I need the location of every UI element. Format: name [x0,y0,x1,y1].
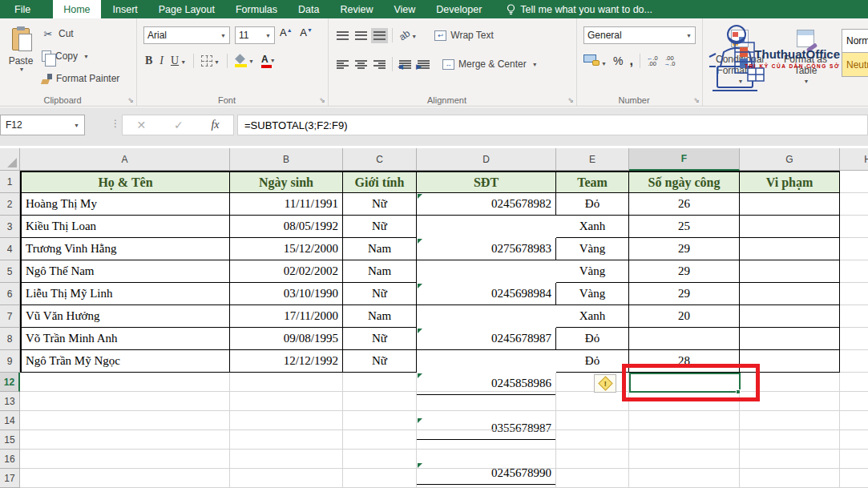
column-header-H[interactable]: H [840,148,868,171]
cell-C2[interactable]: Nữ [343,193,417,216]
cell-G5[interactable] [740,260,840,283]
cell-H5[interactable] [840,260,868,283]
cell-B8[interactable]: 09/08/1995 [230,328,343,350]
cell-B12[interactable] [230,373,343,392]
format-as-table-button[interactable]: Format as Table ▼ [777,28,834,87]
cell-H17[interactable] [840,469,868,488]
cell-G16[interactable] [740,450,840,469]
cell-G14[interactable] [740,411,840,430]
cell-A17[interactable] [20,469,230,488]
grow-font-icon[interactable]: A▲ [280,26,293,38]
cell-H9[interactable] [840,350,868,373]
cell-F2[interactable]: 26 [629,193,740,216]
cell-F7[interactable]: 20 [629,305,740,328]
merge-center-button[interactable]: ↔ Merge & Center ▼ [442,58,538,70]
cell-E5[interactable]: Vàng [556,260,629,283]
cell-D17[interactable] [417,469,556,488]
insert-function-button[interactable]: fx [211,119,219,131]
cell-E2[interactable]: Đỏ [556,193,629,216]
number-dialog-launcher[interactable]: ⇘ [693,96,700,104]
cell-style-neutral[interactable]: Neutral [842,53,868,77]
enter-button[interactable]: ✓ [174,119,184,131]
cell-H7[interactable] [840,305,868,328]
cell-F15[interactable] [629,430,740,450]
number-format-dropdown-arrow[interactable]: ▼ [686,33,692,38]
formula-bar-resize-handle[interactable]: ⋮ [111,118,120,129]
cell-C6[interactable]: Nữ [343,283,417,305]
cell-H3[interactable] [840,216,868,238]
cell-G4[interactable] [740,238,840,260]
alignment-dialog-launcher[interactable]: ⇘ [567,96,574,104]
cell-E4[interactable]: Vàng [556,238,629,260]
cell-F8[interactable] [629,328,740,350]
worksheet-grid[interactable]: ABCDEFGH1Họ & TênNgày sinhGiới tínhSĐTTe… [0,148,868,488]
cell-D1[interactable]: SĐT [417,171,556,193]
format-as-table-dropdown-arrow[interactable]: ▼ [804,76,809,87]
tab-home[interactable]: Home [53,0,100,18]
cell-D16[interactable] [417,450,556,469]
align-left-button[interactable] [337,59,349,70]
cell-C15[interactable] [343,430,417,450]
cell-B16[interactable] [230,450,343,469]
cell-G2[interactable] [740,193,840,216]
bold-button[interactable]: B [145,54,152,67]
column-header-E[interactable]: E [556,148,629,171]
font-name-dropdown-arrow[interactable]: ▼ [220,33,226,38]
row-header-4[interactable]: 4 [0,238,20,260]
cell-A3[interactable]: Kiều Thị Loan [20,216,230,238]
cell-C5[interactable]: Nam [343,260,417,283]
cell-G8[interactable] [740,328,840,350]
conditional-formatting-button[interactable]: Conditional Formatting ▼ [711,28,769,87]
cell-B9[interactable]: 12/12/1992 [230,350,343,373]
cell-B3[interactable]: 08/05/1992 [230,216,343,238]
decrease-indent-button[interactable]: ◀ [399,59,411,70]
font-size-buttons[interactable]: A▲ A▼ [280,26,313,38]
column-header-A[interactable]: A [20,148,230,171]
copy-dropdown-arrow[interactable]: ▼ [83,54,89,59]
name-box-dropdown-arrow[interactable]: ▼ [74,123,79,128]
row-header-17[interactable]: 17 [0,469,20,488]
cell-A13[interactable] [20,392,230,411]
comma-style-button[interactable]: , [629,54,632,68]
cell-G7[interactable] [740,305,840,328]
font-size-dropdown-arrow[interactable]: ▼ [265,33,271,38]
error-checking-button[interactable]: ! [594,374,616,393]
row-header-3[interactable]: 3 [0,216,20,238]
cell-G17[interactable] [740,469,840,488]
fill-color-button[interactable]: ▼ [235,54,254,67]
select-all-corner[interactable] [0,148,20,171]
cell-G15[interactable] [740,430,840,450]
row-header-5[interactable]: 5 [0,260,20,283]
cell-H8[interactable] [840,328,868,350]
cell-E15[interactable] [556,430,629,450]
row-header-15[interactable]: 15 [0,430,20,450]
cell-B14[interactable] [230,411,343,430]
cell-E6[interactable]: Vàng [556,283,629,305]
column-header-G[interactable]: G [740,148,840,171]
cell-C4[interactable]: Nam [343,238,417,260]
column-header-B[interactable]: B [230,148,343,171]
row-header-7[interactable]: 7 [0,305,20,328]
increase-decimal-button[interactable]: ←.0.00 [647,55,658,67]
row-header-9[interactable]: 9 [0,350,20,373]
cell-H15[interactable] [840,430,868,450]
cell-D5[interactable]: 0245678987 [417,328,556,350]
row-header-13[interactable]: 13 [0,392,20,411]
cell-A14[interactable] [20,411,230,430]
cell-D4[interactable]: 0245698984 [417,283,556,305]
cell-style-normal[interactable]: Normal [842,29,868,53]
cell-B15[interactable] [230,430,343,450]
row-header-2[interactable]: 2 [0,193,20,216]
cell-C1[interactable]: Giới tính [343,171,417,193]
cell-H1[interactable] [840,171,868,193]
cell-A1[interactable]: Họ & Tên [20,171,230,193]
row-header-8[interactable]: 8 [0,328,20,350]
cell-C16[interactable] [343,450,417,469]
cancel-button[interactable]: ✕ [136,119,146,131]
row-header-6[interactable]: 6 [0,283,20,305]
cell-C7[interactable]: Nam [343,305,417,328]
cell-D14[interactable] [417,411,556,430]
clipboard-dialog-launcher[interactable]: ⇘ [127,96,134,104]
cell-B17[interactable] [230,469,343,488]
cell-B1[interactable]: Ngày sinh [230,171,343,193]
